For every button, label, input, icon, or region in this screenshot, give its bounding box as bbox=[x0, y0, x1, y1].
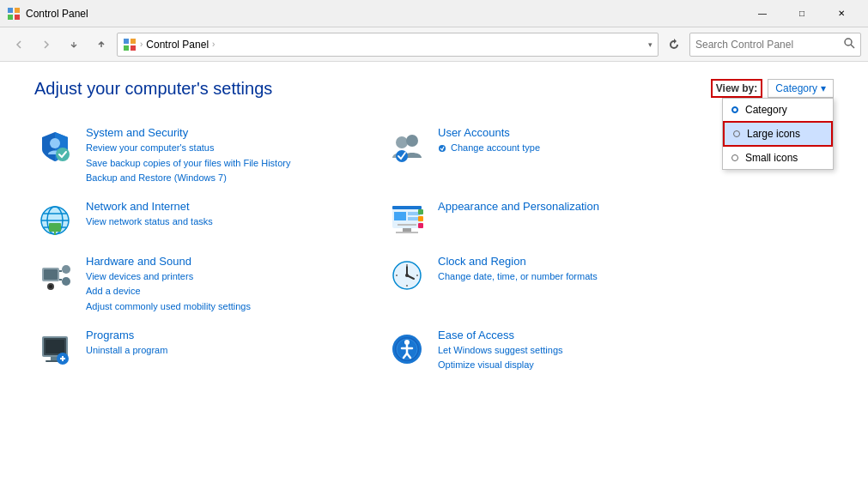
viewby-container: View by: Category ▾ Category Large icons… bbox=[711, 79, 834, 98]
svg-rect-26 bbox=[394, 212, 406, 220]
svg-point-12 bbox=[396, 136, 408, 148]
category-hardware-sound: Hardware and Sound View devices and prin… bbox=[34, 248, 386, 322]
search-icon[interactable] bbox=[844, 38, 855, 51]
search-bar[interactable] bbox=[689, 33, 861, 57]
programs-title[interactable]: Programs bbox=[86, 329, 386, 341]
category-ease-access: Ease of Access Let Windows suggest setti… bbox=[386, 322, 738, 380]
window-title: Control Panel bbox=[26, 8, 743, 20]
svg-point-49 bbox=[406, 285, 408, 287]
ease-access-content: Ease of Access Let Windows suggest setti… bbox=[438, 329, 738, 373]
user-accounts-link-1[interactable]: Change account type bbox=[438, 141, 738, 156]
address-separator2: › bbox=[212, 39, 215, 49]
ease-access-icon bbox=[386, 329, 428, 370]
viewby-button[interactable]: Category ▾ bbox=[768, 79, 834, 98]
clock-region-link-1[interactable]: Change date, time, or number formats bbox=[438, 269, 738, 285]
svg-rect-27 bbox=[408, 212, 420, 215]
category-network-internet: Network and Internet View network status… bbox=[34, 193, 386, 248]
system-security-title[interactable]: System and Security bbox=[86, 126, 386, 139]
svg-point-10 bbox=[50, 138, 60, 148]
address-chevron: ▾ bbox=[648, 40, 653, 49]
svg-rect-6 bbox=[124, 45, 129, 51]
category-user-accounts: User Accounts Change account type bbox=[386, 119, 738, 193]
categories-grid: System and Security Review your computer… bbox=[34, 119, 738, 380]
back-button[interactable] bbox=[7, 33, 31, 57]
svg-point-47 bbox=[405, 274, 409, 277]
svg-point-48 bbox=[406, 264, 408, 266]
svg-point-13 bbox=[406, 135, 418, 147]
appearance-title[interactable]: Appearance and Personalization bbox=[438, 200, 738, 213]
network-internet-link-1[interactable]: View network status and tasks bbox=[86, 214, 386, 230]
user-accounts-icon bbox=[386, 126, 428, 167]
dropdown-menu: Category Large icons Small icons bbox=[722, 98, 834, 170]
address-icon bbox=[123, 38, 137, 51]
system-security-link-2[interactable]: Save backup copies of your files with Fi… bbox=[86, 156, 386, 172]
svg-point-38 bbox=[62, 277, 70, 286]
svg-rect-32 bbox=[418, 209, 423, 214]
minimize-button[interactable]: — bbox=[743, 0, 782, 27]
svg-rect-7 bbox=[131, 45, 136, 51]
svg-rect-34 bbox=[418, 223, 423, 228]
svg-rect-29 bbox=[398, 224, 416, 226]
network-internet-content: Network and Internet View network status… bbox=[86, 200, 386, 230]
refresh-button[interactable] bbox=[662, 33, 686, 57]
hardware-sound-title[interactable]: Hardware and Sound bbox=[86, 255, 386, 268]
window-controls: — □ ✕ bbox=[743, 0, 861, 27]
svg-point-51 bbox=[416, 275, 418, 276]
svg-rect-1 bbox=[15, 8, 20, 13]
recent-button[interactable] bbox=[62, 33, 86, 57]
appearance-content: Appearance and Personalization bbox=[438, 200, 738, 214]
hardware-sound-link-3[interactable]: Adjust commonly used mobility settings bbox=[86, 299, 386, 315]
forward-button[interactable] bbox=[34, 33, 58, 57]
svg-rect-2 bbox=[8, 15, 13, 20]
svg-point-11 bbox=[56, 148, 70, 161]
network-internet-title[interactable]: Network and Internet bbox=[86, 200, 386, 213]
radio-dot-small-icons bbox=[731, 154, 738, 161]
category-system-security: System and Security Review your computer… bbox=[34, 119, 386, 193]
viewby-label: View by: bbox=[711, 79, 762, 98]
dropdown-label-large-icons: Large icons bbox=[747, 128, 800, 140]
svg-rect-3 bbox=[15, 15, 20, 20]
svg-rect-5 bbox=[131, 39, 136, 44]
dropdown-label-category: Category bbox=[745, 104, 787, 116]
address-bar[interactable]: › Control Panel › ▾ bbox=[117, 33, 659, 57]
ease-access-link-1[interactable]: Let Windows suggest settings bbox=[438, 343, 738, 359]
dropdown-item-small-icons[interactable]: Small icons bbox=[723, 147, 833, 169]
svg-rect-33 bbox=[418, 216, 423, 221]
system-security-link-1[interactable]: Review your computer's status bbox=[86, 141, 386, 156]
programs-icon bbox=[34, 329, 76, 370]
hardware-sound-link-2[interactable]: Add a device bbox=[86, 284, 386, 299]
svg-point-37 bbox=[62, 265, 70, 274]
dropdown-item-category[interactable]: Category bbox=[723, 99, 833, 121]
svg-point-50 bbox=[396, 275, 398, 276]
svg-rect-30 bbox=[403, 228, 411, 232]
ease-access-link-2[interactable]: Optimize visual display bbox=[438, 358, 738, 373]
clock-region-content: Clock and Region Change date, time, or n… bbox=[438, 255, 738, 285]
programs-link-1[interactable]: Uninstall a program bbox=[86, 343, 386, 359]
svg-rect-25 bbox=[392, 206, 422, 209]
system-security-link-3[interactable]: Backup and Restore (Windows 7) bbox=[86, 171, 386, 186]
system-security-icon bbox=[34, 126, 76, 167]
address-text: Control Panel bbox=[146, 39, 209, 51]
ease-access-title[interactable]: Ease of Access bbox=[438, 329, 738, 341]
dropdown-item-large-icons[interactable]: Large icons bbox=[723, 121, 833, 147]
titlebar: Control Panel — □ ✕ bbox=[0, 0, 868, 27]
svg-rect-0 bbox=[8, 8, 13, 13]
hardware-sound-icon bbox=[34, 255, 76, 296]
titlebar-icon bbox=[7, 7, 21, 21]
svg-rect-22 bbox=[49, 223, 61, 232]
maximize-button[interactable]: □ bbox=[782, 0, 822, 27]
radio-dot-category bbox=[731, 106, 738, 113]
search-input[interactable] bbox=[695, 39, 844, 51]
up-button[interactable] bbox=[89, 33, 113, 57]
clock-region-title[interactable]: Clock and Region bbox=[438, 255, 738, 268]
category-appearance: Appearance and Personalization bbox=[386, 193, 738, 248]
hardware-sound-link-1[interactable]: View devices and printers bbox=[86, 269, 386, 285]
address-separator: › bbox=[140, 39, 143, 49]
viewby-current: Category bbox=[775, 82, 817, 94]
svg-rect-54 bbox=[46, 340, 64, 353]
network-internet-icon bbox=[34, 200, 76, 241]
viewby-dropdown[interactable]: Category ▾ Category Large icons Small ic… bbox=[768, 79, 834, 98]
close-button[interactable]: ✕ bbox=[822, 0, 861, 27]
user-accounts-title[interactable]: User Accounts bbox=[438, 126, 738, 139]
main-content: Adjust your computer's settings View by:… bbox=[0, 62, 868, 495]
